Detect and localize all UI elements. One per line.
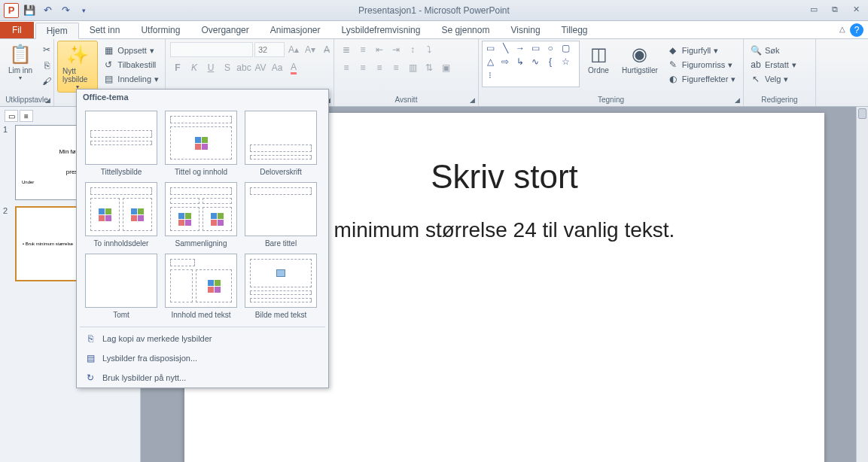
- shrink-font-icon[interactable]: A▾: [303, 42, 318, 57]
- font-name-input[interactable]: [170, 42, 253, 57]
- italic-icon[interactable]: K: [187, 60, 202, 75]
- layout-two-content[interactable]: To innholdsdeler: [84, 182, 158, 248]
- cut-icon[interactable]: ✂: [39, 42, 54, 57]
- layout-title-content[interactable]: Tittel og innhold: [164, 111, 238, 176]
- align-right-icon[interactable]: ≡: [372, 60, 387, 75]
- minimize-ribbon-icon[interactable]: △: [839, 25, 845, 33]
- shape-rect-icon[interactable]: ▭: [529, 43, 541, 53]
- drawing-launcher[interactable]: ◢: [732, 96, 742, 105]
- new-slide-button[interactable]: ✨ Nytt lysbilde ▾: [57, 41, 98, 93]
- layout-picture-caption[interactable]: Bilde med tekst: [244, 254, 318, 319]
- clear-format-icon[interactable]: A̶: [319, 42, 334, 57]
- gallery-separator: [80, 327, 325, 327]
- shapes-gallery[interactable]: ▭ ╲ → ▭ ○ ▢ △ ⇨ ↳ ∿ { ☆ ⁝: [482, 41, 580, 87]
- text-direction-icon[interactable]: ⤵: [422, 42, 437, 57]
- vertical-scrollbar[interactable]: [856, 107, 868, 462]
- tab-insert[interactable]: Sett inn: [79, 22, 131, 38]
- shape-star-icon[interactable]: ☆: [559, 56, 571, 67]
- quickstyles-icon: ◉: [628, 42, 652, 66]
- tab-transitions[interactable]: Overganger: [190, 22, 259, 38]
- case-icon[interactable]: Aa: [270, 60, 285, 75]
- spacing-icon[interactable]: AV: [253, 60, 268, 75]
- outline-tab-icon[interactable]: ≡: [20, 110, 33, 122]
- reset-button[interactable]: ↺Tilbakestill: [99, 58, 162, 71]
- paste-button[interactable]: 📋 Lim inn ▾: [3, 41, 38, 83]
- strike-icon[interactable]: S: [220, 60, 235, 75]
- paragraph-group-label: Avsnitt: [334, 94, 478, 105]
- help-icon[interactable]: ?: [850, 23, 863, 37]
- align-center-icon[interactable]: ≡: [355, 60, 370, 75]
- redo-icon[interactable]: ↷: [57, 2, 74, 19]
- tab-addins[interactable]: Tillegg: [551, 22, 598, 38]
- shape-brace-icon[interactable]: {: [544, 56, 556, 67]
- tab-review[interactable]: Se gjennom: [431, 22, 500, 38]
- shadow-icon[interactable]: abc: [236, 60, 251, 75]
- title-bar: P 💾 ↶ ↷ ▾ Presentasjon1 - Microsoft Powe…: [0, 0, 868, 21]
- shape-outline-button[interactable]: ✎Figuromriss ▾: [664, 58, 739, 71]
- justify-icon[interactable]: ≡: [388, 60, 404, 75]
- tab-view[interactable]: Visning: [500, 22, 550, 38]
- layout-title-slide[interactable]: Tittellysbilde: [84, 111, 158, 176]
- dec-indent-icon[interactable]: ⇤: [372, 42, 387, 57]
- layout-comparison[interactable]: Sammenligning: [164, 182, 238, 248]
- shape-fill-button[interactable]: ◆Figurfyll ▾: [664, 44, 739, 57]
- bullets-icon[interactable]: ≣: [339, 42, 354, 57]
- save-icon[interactable]: 💾: [21, 2, 38, 19]
- tab-design[interactable]: Utforming: [130, 22, 190, 38]
- font-size-input[interactable]: [254, 42, 285, 57]
- shape-effects-button[interactable]: ◐Figureffekter ▾: [664, 72, 739, 86]
- tab-file[interactable]: Fil: [0, 22, 34, 38]
- inc-indent-icon[interactable]: ⇥: [388, 42, 404, 57]
- tab-animations[interactable]: Animasjoner: [260, 22, 331, 38]
- shape-line-icon[interactable]: ╲: [499, 43, 511, 53]
- action-reuse-slides[interactable]: ↻ Bruk lysbilder på nytt...: [77, 368, 328, 388]
- slides-tab-icon[interactable]: ▭: [5, 110, 18, 122]
- restore-button[interactable]: ⧉: [827, 5, 842, 17]
- shape-curve-icon[interactable]: ∿: [529, 56, 541, 67]
- clipboard-launcher[interactable]: ◢: [43, 96, 52, 105]
- font-color-icon[interactable]: A: [286, 60, 301, 75]
- paragraph-launcher[interactable]: ◢: [468, 96, 477, 105]
- line-spacing-icon[interactable]: ↕: [405, 42, 420, 57]
- tab-slideshow[interactable]: Lysbildefremvisning: [330, 22, 431, 38]
- quickstyles-button[interactable]: ◉ Hurtigstiler: [617, 41, 662, 76]
- align-text-icon[interactable]: ⇅: [422, 60, 437, 75]
- layout-title-only[interactable]: Bare tittel: [244, 182, 318, 248]
- section-button[interactable]: ▤Inndeling ▾: [99, 72, 162, 86]
- shape-text-box-icon[interactable]: ▭: [484, 43, 496, 53]
- minimize-button[interactable]: ▭: [806, 5, 821, 17]
- arrange-button[interactable]: ◫ Ordne: [581, 41, 616, 76]
- action-duplicate-slides[interactable]: ⎘ Lag kopi av merkede lysbilder: [77, 329, 328, 348]
- underline-icon[interactable]: U: [203, 60, 218, 75]
- app-logo[interactable]: P: [3, 2, 20, 19]
- find-button[interactable]: 🔍Søk: [747, 44, 799, 57]
- qat-customize-icon[interactable]: ▾: [75, 2, 92, 19]
- numbering-icon[interactable]: ≡: [355, 42, 370, 57]
- grow-font-icon[interactable]: A▴: [286, 42, 301, 57]
- select-button[interactable]: ↖Velg ▾: [747, 72, 799, 86]
- shape-connector-icon[interactable]: ↳: [514, 56, 526, 67]
- layout-content-caption[interactable]: Innhold med tekst: [164, 254, 238, 319]
- columns-icon[interactable]: ▥: [405, 60, 420, 75]
- bold-icon[interactable]: F: [170, 60, 185, 75]
- smartart-icon[interactable]: ▣: [438, 60, 453, 75]
- shape-oval-icon[interactable]: ○: [544, 43, 556, 53]
- shapes-more-icon[interactable]: ⁝: [484, 70, 496, 81]
- arrange-icon: ◫: [586, 42, 611, 66]
- layout-section-header[interactable]: Deloverskrift: [244, 111, 318, 176]
- layout-button[interactable]: ▦Oppsett ▾: [99, 44, 162, 57]
- replace-button[interactable]: abErstatt ▾: [747, 58, 799, 71]
- copy-icon[interactable]: ⎘: [39, 58, 54, 73]
- format-painter-icon[interactable]: 🖌: [39, 74, 54, 89]
- action-slides-from-outline[interactable]: ▤ Lysbilder fra disposisjon...: [77, 348, 328, 368]
- shape-right-arrow-icon[interactable]: ⇨: [499, 56, 511, 67]
- shape-rounded-icon[interactable]: ▢: [559, 43, 571, 53]
- layout-blank[interactable]: Tomt: [84, 254, 158, 319]
- shape-triangle-icon[interactable]: △: [484, 56, 496, 67]
- shape-arrow-icon[interactable]: →: [514, 43, 526, 53]
- undo-icon[interactable]: ↶: [39, 2, 56, 19]
- close-button[interactable]: ✕: [848, 5, 863, 17]
- scrollbar-thumb[interactable]: [858, 108, 866, 119]
- tab-home[interactable]: Hjem: [35, 23, 79, 39]
- align-left-icon[interactable]: ≡: [339, 60, 354, 75]
